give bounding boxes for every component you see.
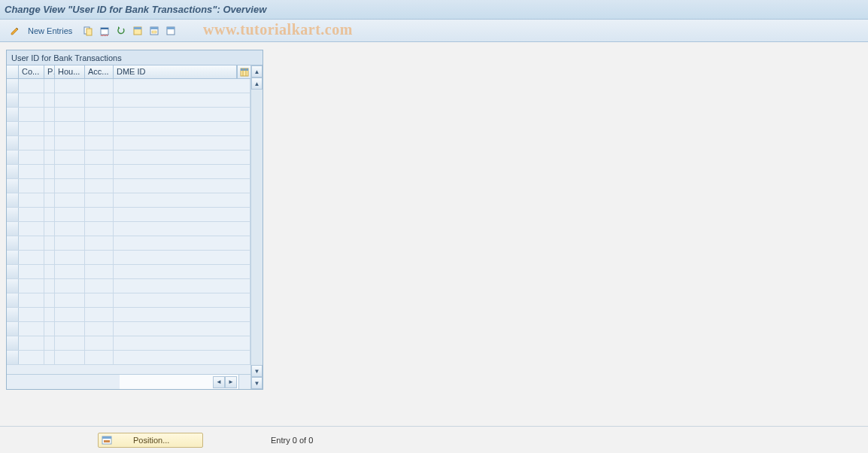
scroll-up-icon[interactable]: ▲	[251, 65, 263, 78]
table-config-icon[interactable]	[237, 65, 250, 78]
table-row[interactable]	[7, 179, 250, 193]
horizontal-scrollbar[interactable]: ◄ ►	[7, 374, 250, 389]
position-icon	[102, 435, 112, 445]
row-selector[interactable]	[7, 351, 19, 364]
table-row[interactable]	[7, 79, 250, 93]
row-selector[interactable]	[7, 293, 19, 307]
row-selector[interactable]	[7, 208, 19, 221]
deselect-all-icon[interactable]	[163, 23, 178, 38]
row-selector[interactable]	[7, 122, 19, 135]
table-row[interactable]	[7, 222, 250, 236]
row-selector[interactable]	[7, 136, 19, 150]
svg-rect-3	[101, 28, 108, 29]
col-header-acc[interactable]: Acc...	[85, 65, 114, 78]
table-row[interactable]	[7, 122, 250, 136]
svg-rect-8	[152, 31, 156, 33]
row-selector[interactable]	[7, 150, 19, 164]
table-row[interactable]	[7, 108, 250, 122]
row-selector[interactable]	[7, 79, 19, 93]
title-bar: Change View "User ID for Bank Transactio…	[0, 0, 868, 20]
page-title: Change View "User ID for Bank Transactio…	[5, 4, 266, 15]
row-selector[interactable]	[7, 222, 19, 236]
table-row[interactable]	[7, 136, 250, 150]
table-row[interactable]	[7, 265, 250, 279]
col-header-p[interactable]: P	[44, 65, 55, 78]
col-header-dme[interactable]: DME ID	[114, 65, 237, 78]
watermark-text: www.tutorialkart.com	[203, 21, 353, 38]
row-selector[interactable]	[7, 265, 19, 278]
position-label: Position...	[133, 436, 169, 445]
scroll-up2-icon[interactable]: ▲	[251, 78, 263, 90]
table-row[interactable]	[7, 93, 250, 108]
table-grid: Co... P Hou... Acc... DME ID	[7, 65, 250, 389]
svg-rect-16	[102, 436, 111, 439]
table-row[interactable]	[7, 351, 250, 365]
select-block-icon[interactable]	[147, 23, 162, 38]
row-selector[interactable]	[7, 236, 19, 250]
table-row[interactable]	[7, 293, 250, 308]
table-row[interactable]	[7, 322, 250, 336]
footer: Position... Entry 0 of 0	[0, 426, 868, 453]
entry-count-text: Entry 0 of 0	[271, 436, 313, 445]
table-row[interactable]	[7, 150, 250, 165]
table-row[interactable]	[7, 193, 250, 208]
table-row[interactable]	[7, 251, 250, 265]
table-body	[7, 79, 250, 374]
content-area: User ID for Bank Transactions Co... P Ho…	[0, 42, 868, 426]
col-header-co[interactable]: Co...	[19, 65, 44, 78]
undo-change-icon[interactable]	[114, 23, 129, 38]
table-row[interactable]	[7, 279, 250, 293]
row-selector[interactable]	[7, 165, 19, 178]
svg-rect-7	[150, 27, 158, 29]
scroll-down-icon[interactable]: ▼	[251, 377, 263, 389]
row-selector[interactable]	[7, 108, 19, 121]
position-button[interactable]: Position...	[98, 433, 203, 448]
new-entries-button[interactable]: New Entries	[24, 23, 79, 38]
scroll-down2-icon[interactable]: ▼	[251, 365, 263, 377]
table-title: User ID for Bank Transactions	[7, 50, 263, 65]
table-row[interactable]	[7, 236, 250, 251]
scroll-right-icon[interactable]: ►	[225, 376, 237, 388]
table-row[interactable]	[7, 165, 250, 179]
svg-rect-5	[134, 27, 141, 29]
row-selector[interactable]	[7, 93, 19, 107]
toggle-edit-icon[interactable]	[8, 23, 23, 38]
table-frame: User ID for Bank Transactions Co... P Ho…	[6, 50, 263, 390]
svg-rect-10	[167, 27, 175, 29]
vertical-scrollbar[interactable]: ▲ ▲ ▼ ▼	[250, 65, 263, 389]
svg-rect-1	[86, 29, 92, 35]
toolbar: New Entries www.tutorialkart.com	[0, 20, 868, 42]
svg-rect-12	[241, 68, 248, 71]
row-selector[interactable]	[7, 251, 19, 264]
table-row[interactable]	[7, 336, 250, 351]
select-all-icon[interactable]	[130, 23, 145, 38]
svg-rect-17	[104, 440, 110, 442]
row-selector[interactable]	[7, 279, 19, 293]
row-selector[interactable]	[7, 193, 19, 207]
delete-icon[interactable]	[97, 23, 112, 38]
copy-as-icon[interactable]	[80, 23, 96, 38]
row-selector[interactable]	[7, 322, 19, 336]
row-selector[interactable]	[7, 336, 19, 350]
row-selector[interactable]	[7, 308, 19, 321]
row-selector[interactable]	[7, 179, 19, 193]
table-row[interactable]	[7, 208, 250, 222]
scroll-left-icon[interactable]: ◄	[213, 376, 225, 388]
table-header-row: Co... P Hou... Acc... DME ID	[7, 65, 250, 79]
row-selector-header[interactable]	[7, 65, 19, 78]
col-header-hou[interactable]: Hou...	[55, 65, 85, 78]
table-row[interactable]	[7, 308, 250, 322]
